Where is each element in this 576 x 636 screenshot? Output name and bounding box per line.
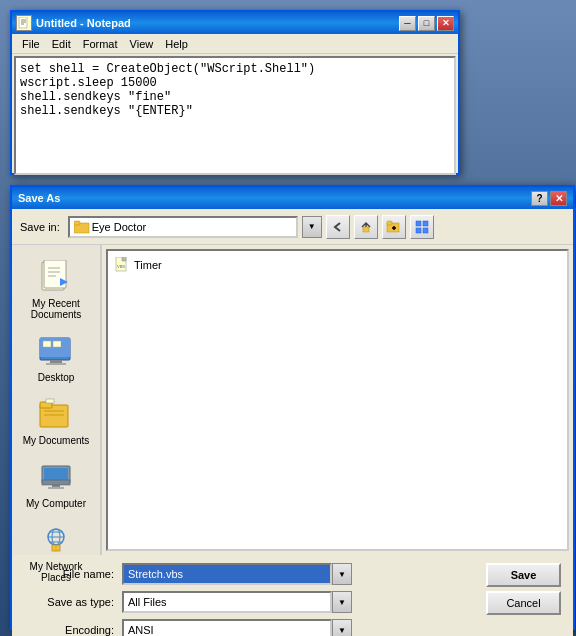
cancel-button[interactable]: Cancel <box>486 591 561 615</box>
my-computer-icon <box>38 460 74 496</box>
filetype-arrow[interactable]: ▼ <box>332 591 352 613</box>
encoding-label: Encoding: <box>24 624 114 636</box>
svg-rect-13 <box>416 228 421 233</box>
notepad-icon <box>16 15 32 31</box>
svg-rect-0 <box>19 17 27 28</box>
saveas-dialog: Save As ? ✕ Save in: Eye Doctor ▼ <box>10 185 575 630</box>
svg-text:VBS: VBS <box>117 264 125 269</box>
menu-help[interactable]: Help <box>159 36 194 52</box>
svg-rect-14 <box>423 228 428 233</box>
filetype-dropdown[interactable]: All Files <box>122 591 332 613</box>
sidebar-item-recent[interactable]: My RecentDocuments <box>16 253 96 327</box>
nav-create-folder-btn[interactable] <box>382 215 406 239</box>
encoding-wrapper: ANSI ▼ <box>122 619 352 636</box>
folder-icon <box>74 220 90 234</box>
saveas-file-area[interactable]: VBS Timer <box>106 249 569 551</box>
notepad-title: Untitled - Notepad <box>36 17 131 29</box>
filetype-label: Save as type: <box>24 596 114 608</box>
svg-rect-34 <box>48 487 64 489</box>
svg-rect-6 <box>363 227 369 232</box>
nav-up-btn[interactable] <box>354 215 378 239</box>
saveas-main: My RecentDocuments Desktop <box>12 245 573 555</box>
menu-view[interactable]: View <box>124 36 160 52</box>
notepad-maximize-btn[interactable]: □ <box>418 16 435 31</box>
svg-rect-5 <box>74 221 80 225</box>
desktop-icon <box>38 334 74 370</box>
svg-rect-35 <box>42 480 70 485</box>
sidebar-item-computer[interactable]: My Computer <box>16 453 96 516</box>
svg-rect-11 <box>416 221 421 226</box>
file-item-timer[interactable]: VBS Timer <box>112 255 563 275</box>
sidebar-documents-label: My Documents <box>23 435 90 446</box>
my-network-icon <box>38 523 74 559</box>
svg-rect-8 <box>387 221 392 225</box>
savein-dropdown-arrow[interactable]: ▼ <box>302 216 322 238</box>
sidebar-desktop-label: Desktop <box>38 372 75 383</box>
sidebar-recent-label: My RecentDocuments <box>31 298 82 320</box>
notepad-close-btn[interactable]: ✕ <box>437 16 454 31</box>
filename-row: File name: ▼ <box>24 563 474 585</box>
savein-dropdown[interactable]: Eye Doctor <box>68 216 298 238</box>
svg-rect-22 <box>50 360 62 363</box>
saveas-form: File name: ▼ Save as type: All Files ▼ <box>12 555 573 636</box>
my-documents-icon <box>38 397 74 433</box>
filename-input-wrapper: ▼ <box>122 563 352 585</box>
notepad-minimize-btn[interactable]: ─ <box>399 16 416 31</box>
vbs-file-icon: VBS <box>114 257 130 273</box>
notepad-window: Untitled - Notepad ─ □ ✕ File Edit Forma… <box>10 10 460 175</box>
saveas-sidebar: My RecentDocuments Desktop <box>12 245 102 555</box>
saveas-title: Save As <box>18 192 60 204</box>
saveas-help-btn[interactable]: ? <box>531 191 548 206</box>
svg-rect-28 <box>46 399 54 403</box>
file-name-timer: Timer <box>134 259 162 271</box>
filename-input[interactable] <box>122 563 332 585</box>
filename-dropdown-arrow[interactable]: ▼ <box>332 563 352 585</box>
saveas-controls: ? ✕ <box>531 191 567 206</box>
action-buttons: Save Cancel <box>486 563 561 615</box>
menu-format[interactable]: Format <box>77 36 124 52</box>
notepad-controls: ─ □ ✕ <box>399 16 454 31</box>
nav-view-btn[interactable] <box>410 215 434 239</box>
menu-edit[interactable]: Edit <box>46 36 77 52</box>
recent-docs-icon <box>38 260 74 296</box>
filetype-row: Save as type: All Files ▼ <box>24 591 474 613</box>
notepad-titlebar: Untitled - Notepad ─ □ ✕ <box>12 12 458 34</box>
save-button[interactable]: Save <box>486 563 561 587</box>
sidebar-item-desktop[interactable]: Desktop <box>16 327 96 390</box>
encoding-arrow[interactable]: ▼ <box>332 619 352 636</box>
notepad-menubar: File Edit Format View Help <box>12 34 458 54</box>
saveas-close-btn[interactable]: ✕ <box>550 191 567 206</box>
encoding-row: Encoding: ANSI ▼ <box>24 619 474 636</box>
encoding-dropdown[interactable]: ANSI <box>122 619 332 636</box>
savein-value: Eye Doctor <box>90 221 292 233</box>
sidebar-item-documents[interactable]: My Documents <box>16 390 96 453</box>
saveas-toolbar: Save in: Eye Doctor ▼ <box>12 209 573 245</box>
filename-label: File name: <box>24 568 114 580</box>
svg-rect-23 <box>46 363 66 365</box>
nav-back-btn[interactable] <box>326 215 350 239</box>
notepad-content[interactable]: set shell = CreateObject("WScript.Shell"… <box>14 56 456 175</box>
svg-rect-25 <box>53 341 61 347</box>
menu-file[interactable]: File <box>16 36 46 52</box>
svg-rect-12 <box>423 221 428 226</box>
filetype-wrapper: All Files ▼ <box>122 591 352 613</box>
sidebar-computer-label: My Computer <box>26 498 86 509</box>
svg-rect-24 <box>43 341 51 347</box>
saveas-titlebar: Save As ? ✕ <box>12 187 573 209</box>
savein-label: Save in: <box>20 221 60 233</box>
